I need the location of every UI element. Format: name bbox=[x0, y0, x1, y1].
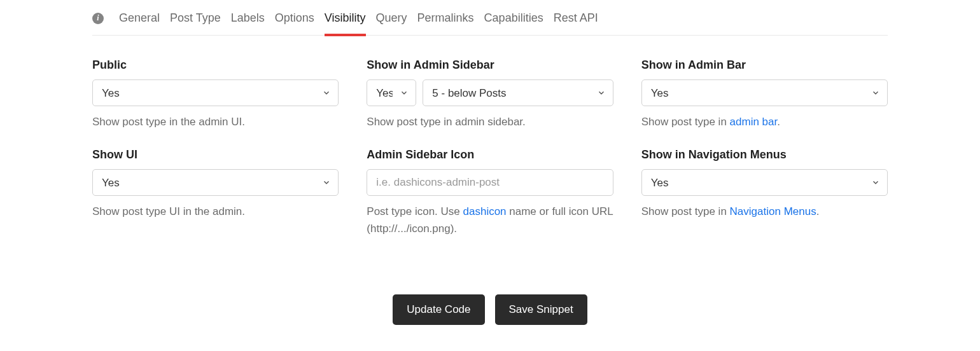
tab-labels[interactable]: Labels bbox=[231, 11, 265, 36]
field-public: Public Yes Show post type in the admin U… bbox=[92, 59, 339, 130]
admin-sidebar-icon-input[interactable] bbox=[367, 169, 613, 196]
tab-permalinks[interactable]: Permalinks bbox=[417, 11, 474, 36]
admin-bar-link[interactable]: admin bar bbox=[730, 116, 778, 128]
tab-options[interactable]: Options bbox=[275, 11, 314, 36]
tab-post-type[interactable]: Post Type bbox=[170, 11, 221, 36]
tab-rest-api[interactable]: Rest API bbox=[554, 11, 598, 36]
actions-bar: Update Code Save Snippet bbox=[92, 250, 888, 331]
info-icon[interactable]: i bbox=[92, 13, 104, 24]
field-show-admin-bar: Show in Admin Bar Yes Show post type in … bbox=[641, 59, 888, 130]
show-nav-menus-select[interactable]: Yes bbox=[641, 169, 888, 196]
field-show-ui: Show UI Yes Show post type UI in the adm… bbox=[92, 148, 339, 237]
navigation-menus-link[interactable]: Navigation Menus bbox=[730, 205, 816, 217]
field-label-show-admin-sidebar: Show in Admin Sidebar bbox=[367, 59, 613, 72]
save-snippet-button[interactable]: Save Snippet bbox=[495, 294, 587, 325]
settings-panel: i General Post Type Labels Options Visib… bbox=[0, 0, 980, 331]
field-admin-sidebar-icon: Admin Sidebar Icon Post type icon. Use d… bbox=[367, 148, 613, 237]
field-label-admin-sidebar-icon: Admin Sidebar Icon bbox=[367, 148, 613, 162]
field-label-public: Public bbox=[92, 59, 339, 72]
tab-query[interactable]: Query bbox=[376, 11, 407, 36]
show-admin-sidebar-position-select[interactable]: 5 - below Posts bbox=[423, 79, 613, 106]
help-text-show-nav-menus: Show post type in Navigation Menus. bbox=[641, 203, 888, 220]
public-select[interactable]: Yes bbox=[92, 79, 339, 106]
tabs-bar: i General Post Type Labels Options Visib… bbox=[92, 0, 888, 36]
dashicon-link[interactable]: dashicon bbox=[463, 205, 507, 217]
help-text-show-ui: Show post type UI in the admin. bbox=[92, 203, 339, 220]
update-code-button[interactable]: Update Code bbox=[393, 294, 484, 325]
show-admin-sidebar-toggle-select[interactable]: Yes bbox=[367, 79, 416, 106]
help-text-show-admin-sidebar: Show post type in admin sidebar. bbox=[367, 114, 613, 130]
field-label-show-ui: Show UI bbox=[92, 148, 339, 162]
field-show-admin-sidebar: Show in Admin Sidebar Yes 5 - below Post… bbox=[367, 59, 613, 130]
tab-visibility[interactable]: Visibility bbox=[325, 11, 366, 36]
show-ui-select[interactable]: Yes bbox=[92, 169, 339, 196]
help-text-show-admin-bar: Show post type in admin bar. bbox=[641, 114, 888, 130]
tab-general[interactable]: General bbox=[119, 11, 160, 36]
tab-capabilities[interactable]: Capabilities bbox=[484, 11, 543, 36]
field-show-nav-menus: Show in Navigation Menus Yes Show post t… bbox=[641, 148, 888, 237]
help-text-public: Show post type in the admin UI. bbox=[92, 114, 339, 130]
field-label-show-admin-bar: Show in Admin Bar bbox=[641, 59, 888, 72]
field-label-show-nav-menus: Show in Navigation Menus bbox=[641, 148, 888, 162]
show-admin-bar-select[interactable]: Yes bbox=[641, 79, 888, 106]
help-text-admin-sidebar-icon: Post type icon. Use dashicon name or ful… bbox=[367, 203, 613, 237]
form-grid: Public Yes Show post type in the admin U… bbox=[92, 36, 888, 250]
